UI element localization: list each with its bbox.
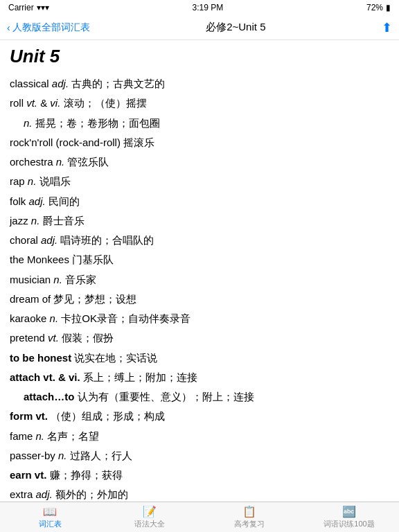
vocab-item: rap n. 说唱乐 [10, 172, 389, 191]
tab-label-grammar: 语法大全 [134, 519, 165, 529]
vocab-item: jazz n. 爵士音乐 [10, 211, 389, 231]
nav-back-button[interactable]: ‹ 人教版全部词汇表 [7, 21, 90, 34]
vocab-list: classical adj. 古典的；古典文艺的roll vt. & vi. 滚… [10, 74, 389, 502]
words-icon: 🔤 [342, 505, 356, 518]
chevron-left-icon: ‹ [7, 22, 10, 33]
tab-label-words: 词语识练100题 [323, 519, 374, 529]
unit-title: Unit 5 [10, 46, 389, 67]
vocab-item: dream of 梦见；梦想；设想 [10, 290, 389, 309]
status-time: 3:19 PM [192, 3, 223, 12]
vocab-item: the Monkees 门基乐队 [10, 250, 389, 269]
status-left: Carrier ▾▾▾ [8, 3, 49, 12]
vocab-item: fame n. 名声；名望 [10, 427, 389, 446]
content-area: Unit 5 classical adj. 古典的；古典文艺的roll vt. … [0, 40, 399, 502]
nav-bar: ‹ 人教版全部词汇表 必修2~Unit 5 ⬆ [0, 15, 399, 40]
review-icon: 📋 [242, 505, 256, 518]
tab-words[interactable]: 🔤词语识练100题 [299, 502, 399, 532]
vocab-item: form vt. （使）组成；形成；构成 [10, 407, 389, 426]
vocab-item: attach…to 认为有（重要性、意义）；附上；连接 [10, 387, 389, 407]
share-icon[interactable]: ⬆ [382, 20, 392, 35]
tab-vocab[interactable]: 📖词汇表 [0, 502, 100, 532]
status-bar: Carrier ▾▾▾ 3:19 PM 72% ▮ [0, 0, 399, 15]
vocab-item: roll vt. & vi. 滚动；（使）摇摆 [10, 94, 389, 113]
tab-bar: 📖词汇表📝语法大全📋高考复习🔤词语识练100题 [0, 502, 399, 532]
tab-label-vocab: 词汇表 [39, 519, 62, 529]
tab-label-review: 高考复习 [234, 519, 265, 529]
vocab-item: folk adj. 民间的 [10, 192, 389, 211]
vocab-item: classical adj. 古典的；古典文艺的 [10, 74, 389, 94]
tab-grammar[interactable]: 📝语法大全 [100, 502, 200, 532]
grammar-icon: 📝 [143, 505, 157, 518]
vocab-icon: 📖 [43, 505, 57, 518]
vocab-item: rock'n'roll (rock-and-roll) 摇滚乐 [10, 133, 389, 152]
vocab-item: passer-by n. 过路人；行人 [10, 446, 389, 466]
vocab-item: pretend vt. 假装；假扮 [10, 328, 389, 348]
carrier-label: Carrier [8, 3, 34, 12]
vocab-item: orchestra n. 管弦乐队 [10, 152, 389, 172]
vocab-item: to be honest 说实在地；实话说 [10, 348, 389, 368]
wifi-icon: ▾▾▾ [37, 3, 49, 12]
tab-review[interactable]: 📋高考复习 [200, 502, 299, 532]
vocab-item: attach vt. & vi. 系上；缚上；附加；连接 [10, 368, 389, 387]
vocab-item: karaoke n. 卡拉OK录音；自动伴奏录音 [10, 309, 389, 328]
nav-back-label: 人教版全部词汇表 [12, 21, 90, 34]
vocab-item: extra adj. 额外的；外加的 [10, 485, 389, 502]
vocab-item: musician n. 音乐家 [10, 270, 389, 290]
battery-label: 72% [366, 3, 383, 12]
vocab-item: earn vt. 赚；挣得；获得 [10, 466, 389, 485]
vocab-item: n. 摇晃；卷；卷形物；面包圈 [10, 114, 389, 133]
battery-icon: ▮ [386, 3, 391, 12]
vocab-item: choral adj. 唱诗班的；合唱队的 [10, 231, 389, 250]
nav-title: 必修2~Unit 5 [206, 21, 265, 34]
status-right: 72% ▮ [366, 3, 391, 12]
